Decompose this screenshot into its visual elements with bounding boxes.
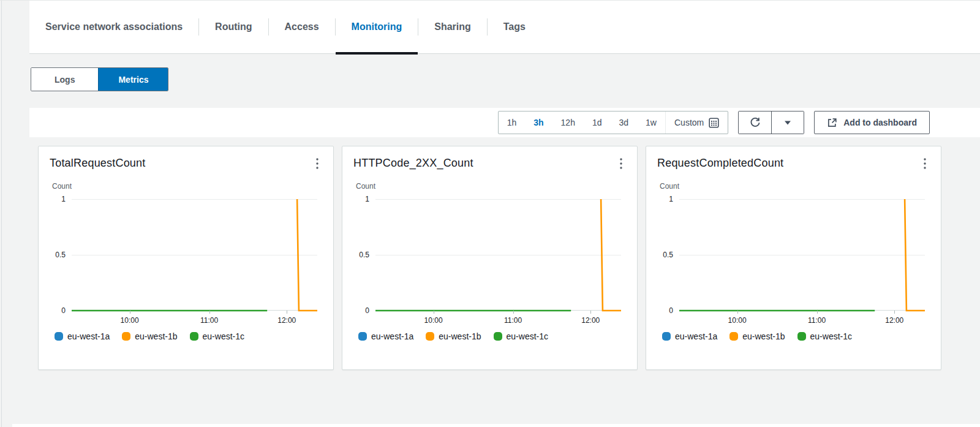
chart-unit-label: Count	[356, 182, 625, 191]
legend-label: eu-west-1a	[371, 331, 413, 341]
legend-label: eu-west-1a	[675, 331, 717, 341]
tabs-bar: Service network associations Routing Acc…	[29, 1, 980, 54]
time-range-12h[interactable]: 12h	[552, 111, 584, 134]
chart-plot[interactable]	[375, 199, 621, 311]
y-axis-ticks: 10.50	[353, 199, 375, 311]
logs-toggle-button[interactable]: Logs	[31, 68, 98, 91]
legend-swatch-icon	[358, 332, 367, 341]
metrics-toolbar: 1h 3h 12h 1d 3d 1w Custom	[29, 108, 980, 137]
chart-card: TotalRequestCount Count 10.50 10:0011:00…	[38, 146, 334, 370]
time-range-3d[interactable]: 3d	[611, 111, 638, 134]
legend-item-eu-west-1c[interactable]: eu-west-1c	[494, 331, 548, 341]
chart-plot[interactable]	[72, 199, 317, 311]
kebab-menu-icon[interactable]	[617, 157, 625, 170]
legend-label: eu-west-1c	[507, 331, 548, 341]
legend-item-eu-west-1a[interactable]: eu-west-1a	[358, 331, 413, 341]
chart-legend: eu-west-1aeu-west-1beu-west-1c	[55, 331, 321, 341]
legend-label: eu-west-1b	[439, 331, 481, 341]
x-tick-label: 10:00	[121, 316, 139, 325]
next-section-edge	[12, 424, 980, 427]
x-axis-ticks: 10:0011:0012:00	[375, 311, 621, 328]
refresh-button-group	[738, 111, 804, 134]
tab-tags[interactable]: Tags	[488, 1, 541, 53]
tab-sharing[interactable]: Sharing	[418, 1, 487, 53]
time-range-1h[interactable]: 1h	[499, 111, 526, 134]
x-tick-label: 11:00	[504, 316, 522, 325]
y-tick-label: 0.5	[359, 251, 369, 259]
legend-item-eu-west-1b[interactable]: eu-west-1b	[122, 331, 177, 341]
legend-label: eu-west-1a	[67, 331, 110, 341]
legend-swatch-icon	[122, 332, 130, 341]
chart-card: RequestCompletedCount Count 10.50 10:001…	[646, 146, 941, 370]
x-axis-ticks: 10:0011:0012:00	[679, 311, 925, 328]
legend-item-eu-west-1c[interactable]: eu-west-1c	[190, 331, 244, 341]
time-range-3h[interactable]: 3h	[525, 111, 552, 134]
y-tick-label: 0.5	[663, 251, 673, 259]
chart-card: HTTPCode_2XX_Count Count 10.50 10:0011:0…	[342, 146, 638, 370]
series-line-eu-west-1b	[905, 199, 925, 311]
series-line-eu-west-1b	[601, 199, 621, 311]
x-tick-label: 10:00	[424, 316, 443, 325]
tab-monitoring[interactable]: Monitoring	[336, 1, 418, 53]
x-tick-label: 11:00	[808, 316, 826, 325]
legend-item-eu-west-1b[interactable]: eu-west-1b	[729, 331, 785, 341]
x-tick-label: 12:00	[277, 316, 296, 325]
legend-swatch-icon	[797, 332, 806, 341]
y-axis-ticks: 10.50	[50, 199, 72, 311]
time-range-1d[interactable]: 1d	[584, 111, 611, 134]
y-tick-label: 1	[365, 195, 369, 203]
kebab-menu-icon[interactable]	[921, 157, 929, 170]
y-tick-label: 0	[61, 306, 66, 315]
legend-swatch-icon	[190, 332, 198, 341]
legend-swatch-icon	[55, 332, 63, 341]
charts-row: TotalRequestCount Count 10.50 10:0011:00…	[38, 146, 941, 370]
x-axis-ticks: 10:0011:0012:00	[72, 311, 317, 328]
tab-access[interactable]: Access	[269, 1, 335, 53]
calendar-icon	[709, 118, 719, 128]
legend-label: eu-west-1b	[742, 331, 785, 341]
time-range-selector: 1h 3h 12h 1d 3d 1w Custom	[498, 111, 729, 134]
y-tick-label: 1	[669, 195, 673, 203]
y-tick-label: 0.5	[55, 251, 66, 259]
time-range-1w[interactable]: 1w	[637, 111, 665, 134]
y-tick-label: 0	[365, 306, 369, 315]
y-tick-label: 0	[669, 306, 673, 315]
chart-plot[interactable]	[679, 199, 925, 311]
refresh-options-button[interactable]	[771, 111, 804, 134]
chart-title: HTTPCode_2XX_Count	[353, 157, 473, 170]
legend-item-eu-west-1a[interactable]: eu-west-1a	[55, 331, 110, 341]
metrics-toggle-button[interactable]: Metrics	[98, 68, 168, 91]
chart-legend: eu-west-1aeu-west-1beu-west-1c	[358, 331, 625, 341]
chart-title: RequestCompletedCount	[657, 157, 783, 170]
add-to-dashboard-button[interactable]: Add to dashboard	[814, 111, 930, 134]
page-left-border	[1, 0, 2, 427]
legend-label: eu-west-1b	[135, 331, 177, 341]
custom-range-label: Custom	[674, 118, 704, 127]
time-range-custom[interactable]: Custom	[666, 111, 728, 134]
chart-title: TotalRequestCount	[50, 157, 146, 170]
x-tick-label: 10:00	[728, 316, 747, 325]
legend-item-eu-west-1c[interactable]: eu-west-1c	[797, 331, 852, 341]
refresh-button[interactable]	[739, 111, 771, 134]
chart-unit-label: Count	[660, 182, 929, 191]
kebab-menu-icon[interactable]	[314, 157, 321, 170]
legend-swatch-icon	[494, 332, 502, 341]
logs-metrics-toggle: Logs Metrics	[31, 67, 168, 91]
tab-service-network-associations[interactable]: Service network associations	[29, 1, 198, 53]
refresh-icon	[749, 116, 761, 129]
legend-label: eu-west-1c	[810, 331, 852, 341]
x-tick-label: 11:00	[200, 316, 218, 325]
legend-label: eu-west-1c	[203, 331, 244, 341]
legend-item-eu-west-1a[interactable]: eu-west-1a	[662, 331, 717, 341]
add-to-dashboard-label: Add to dashboard	[843, 118, 917, 127]
legend-item-eu-west-1b[interactable]: eu-west-1b	[426, 331, 481, 341]
y-axis-ticks: 10.50	[657, 199, 679, 311]
legend-swatch-icon	[426, 332, 434, 341]
legend-swatch-icon	[662, 332, 671, 341]
chart-unit-label: Count	[52, 182, 321, 191]
legend-swatch-icon	[729, 332, 738, 341]
series-line-eu-west-1b	[297, 199, 317, 311]
tab-routing[interactable]: Routing	[199, 1, 268, 53]
x-tick-label: 12:00	[581, 316, 600, 325]
x-tick-label: 12:00	[885, 316, 903, 325]
